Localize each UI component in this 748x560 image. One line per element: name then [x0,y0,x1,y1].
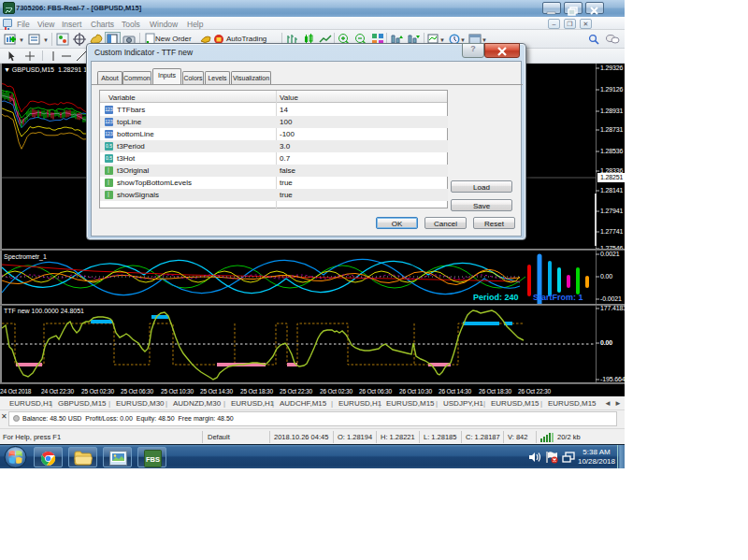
svg-text:StartFrom: 1: StartFrom: 1 [533,293,583,302]
svg-text:Period: 240: Period: 240 [473,293,519,302]
svg-text:FBS: FBS [146,455,160,464]
